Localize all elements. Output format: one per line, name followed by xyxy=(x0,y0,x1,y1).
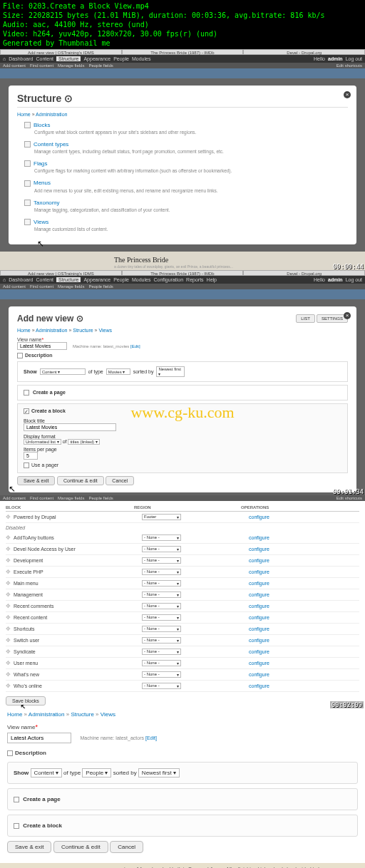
sort-select[interactable]: Newest first ▾ xyxy=(138,768,180,777)
link-taxonomy[interactable]: Taxonomy xyxy=(34,200,59,206)
block-title-input[interactable] xyxy=(24,423,116,431)
region-select[interactable]: - None -▾ xyxy=(142,546,181,552)
continue-edit-button[interactable]: Continue & edit xyxy=(57,476,104,485)
link-views[interactable]: Views xyxy=(34,219,48,225)
save-exit-button[interactable]: Save & exit xyxy=(17,476,55,485)
sort-select[interactable]: Newest first ▾ xyxy=(156,366,185,377)
home-icon[interactable]: ⌂ xyxy=(3,56,6,61)
menu-dashboard[interactable]: Dashboard xyxy=(9,277,33,282)
drag-handle-icon[interactable]: ✥ xyxy=(6,637,11,644)
user-link[interactable]: admin xyxy=(328,277,343,282)
configure-link[interactable]: configure xyxy=(249,683,269,688)
edit-shortcuts[interactable]: Edit shortcuts xyxy=(336,496,362,500)
view-name-input[interactable] xyxy=(7,733,71,743)
configure-link[interactable]: configure xyxy=(249,592,269,597)
type-select[interactable]: People ▾ xyxy=(82,768,111,777)
create-page-checkbox[interactable] xyxy=(24,390,29,396)
link-blocks[interactable]: Blocks xyxy=(34,122,51,128)
region-select[interactable]: - None -▾ xyxy=(142,637,181,644)
drag-handle-icon[interactable]: ✥ xyxy=(6,546,11,552)
link-menus[interactable]: Menus xyxy=(34,180,51,186)
bc-home[interactable]: Home xyxy=(17,328,31,333)
bc-views[interactable]: Views xyxy=(98,328,112,333)
menu-people[interactable]: People xyxy=(113,56,129,61)
home-icon[interactable]: ⌂ xyxy=(3,277,6,282)
menu-appearance[interactable]: Appearance xyxy=(83,277,110,282)
edit-shortcuts[interactable]: Edit shortcuts xyxy=(336,63,362,68)
logout-link[interactable]: Log out xyxy=(346,277,362,282)
menu-structure[interactable]: Structure xyxy=(56,277,81,282)
configure-link[interactable]: configure xyxy=(249,638,269,643)
bc-views[interactable]: Views xyxy=(101,711,115,718)
show-select[interactable]: Content ▾ xyxy=(40,368,86,375)
shortcut-add[interactable]: Add content xyxy=(3,496,26,500)
configure-link[interactable]: configure xyxy=(249,547,269,552)
region-select[interactable]: - None -▾ xyxy=(142,649,181,655)
bc-admin[interactable]: Administration xyxy=(36,328,67,333)
configure-link[interactable]: configure xyxy=(249,649,269,654)
shortcut-add[interactable]: Add content xyxy=(3,284,26,289)
shortcut-manage-fields[interactable]: Manage fields xyxy=(58,496,84,500)
region-select[interactable]: - None -▾ xyxy=(142,603,181,609)
cancel-button[interactable]: Cancel xyxy=(106,476,134,485)
checkbox-icon[interactable] xyxy=(24,122,31,128)
bc-admin[interactable]: Administration xyxy=(36,112,67,117)
region-select[interactable]: - None -▾ xyxy=(142,569,181,575)
region-select[interactable]: - None -▾ xyxy=(142,580,181,587)
drag-handle-icon[interactable]: ✥ xyxy=(6,660,11,666)
menu-content[interactable]: Content xyxy=(36,56,53,61)
shortcut-people-fields[interactable]: People fields xyxy=(88,284,113,289)
close-icon[interactable]: × xyxy=(344,312,351,319)
region-select[interactable]: - None -▾ xyxy=(142,683,181,689)
browser-tab[interactable]: Devel - Drupal.org xyxy=(243,270,365,276)
article-title[interactable]: The Princess Bride xyxy=(114,256,168,264)
menu-dashboard[interactable]: Dashboard xyxy=(9,56,33,61)
browser-tab[interactable]: The Princess Bride (1987) - IMDb xyxy=(122,49,244,55)
drag-handle-icon[interactable]: ✥ xyxy=(6,626,11,632)
browser-tab[interactable]: Devel - Drupal.org xyxy=(243,49,365,55)
machine-name-edit[interactable]: [Edit] xyxy=(130,344,140,348)
drag-handle-icon[interactable]: ✥ xyxy=(6,614,11,621)
bc-structure[interactable]: Structure xyxy=(73,328,93,333)
machine-name-edit[interactable]: [Edit] xyxy=(145,735,157,740)
save-exit-button[interactable]: Save & exit xyxy=(7,841,51,853)
configure-link[interactable]: configure xyxy=(249,615,269,620)
menu-config[interactable]: Configuration xyxy=(153,277,183,282)
configure-link[interactable]: configure xyxy=(249,604,269,609)
region-select[interactable]: - None -▾ xyxy=(142,671,181,678)
drag-handle-icon[interactable]: ✥ xyxy=(6,649,11,655)
cancel-button[interactable]: Cancel xyxy=(110,841,143,853)
drag-handle-icon[interactable]: ✥ xyxy=(6,569,11,575)
drag-handle-icon[interactable]: ✥ xyxy=(6,514,11,520)
drag-handle-icon[interactable]: ✥ xyxy=(6,671,11,678)
view-name-input[interactable] xyxy=(17,342,67,350)
user-link[interactable]: admin xyxy=(328,56,343,61)
drag-handle-icon[interactable]: ✥ xyxy=(6,580,11,587)
create-page-checkbox[interactable] xyxy=(14,797,19,802)
type-select[interactable]: Movies ▾ xyxy=(106,368,130,375)
link-flags[interactable]: Flags xyxy=(34,160,48,167)
link-content-types[interactable]: Content types xyxy=(34,141,68,148)
use-pager-checkbox[interactable] xyxy=(24,463,29,468)
bc-structure[interactable]: Structure xyxy=(71,711,93,718)
checkbox-icon[interactable] xyxy=(24,219,31,225)
browser-tab[interactable]: The Princess Bride (1987) - IMDb xyxy=(122,270,244,276)
configure-link[interactable]: configure xyxy=(249,558,269,563)
bc-home[interactable]: Home xyxy=(17,112,31,117)
configure-link[interactable]: configure xyxy=(249,581,269,586)
menu-modules[interactable]: Modules xyxy=(132,56,150,61)
drag-handle-icon[interactable]: ✥ xyxy=(6,557,11,564)
continue-edit-button[interactable]: Continue & edit xyxy=(53,841,108,853)
menu-help[interactable]: Help xyxy=(207,277,217,282)
logout-link[interactable]: Log out xyxy=(346,56,362,61)
shortcut-manage-fields[interactable]: Manage fields xyxy=(58,284,84,289)
configure-link[interactable]: configure xyxy=(249,672,269,677)
items-per-page-input[interactable] xyxy=(24,452,38,460)
close-icon[interactable]: × xyxy=(344,91,351,98)
browser-tab[interactable]: Add new view | OSTraining's IDMS xyxy=(0,49,122,55)
menu-structure[interactable]: Structure xyxy=(56,56,81,61)
region-select[interactable]: - None -▾ xyxy=(142,660,181,666)
bc-home[interactable]: Home xyxy=(7,711,22,718)
configure-link[interactable]: configure xyxy=(249,569,269,574)
shortcut-people-fields[interactable]: People fields xyxy=(88,63,113,68)
